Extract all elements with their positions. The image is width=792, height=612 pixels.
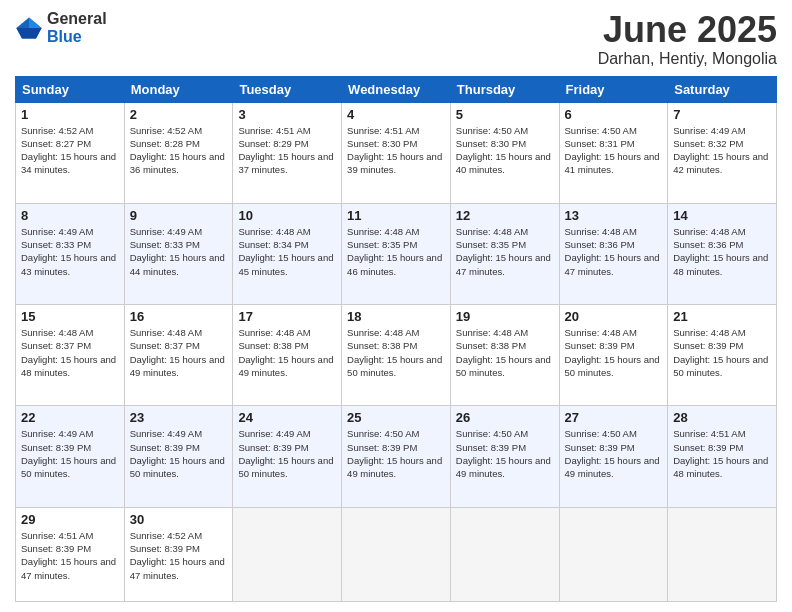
day-number: 18 xyxy=(347,309,445,324)
calendar-cell: 26Sunrise: 4:50 AMSunset: 8:39 PMDayligh… xyxy=(450,406,559,507)
logo-icon xyxy=(15,14,43,42)
calendar-cell: 6Sunrise: 4:50 AMSunset: 8:31 PMDaylight… xyxy=(559,102,668,203)
day-info: Sunrise: 4:49 AMSunset: 8:33 PMDaylight:… xyxy=(21,225,119,278)
day-number: 29 xyxy=(21,512,119,527)
header-row: SundayMondayTuesdayWednesdayThursdayFrid… xyxy=(16,76,777,102)
day-number: 27 xyxy=(565,410,663,425)
day-number: 16 xyxy=(130,309,228,324)
calendar-cell: 30Sunrise: 4:52 AMSunset: 8:39 PMDayligh… xyxy=(124,507,233,601)
day-number: 12 xyxy=(456,208,554,223)
day-info: Sunrise: 4:49 AMSunset: 8:32 PMDaylight:… xyxy=(673,124,771,177)
header-cell: Saturday xyxy=(668,76,777,102)
calendar-cell xyxy=(559,507,668,601)
day-number: 22 xyxy=(21,410,119,425)
header-cell: Monday xyxy=(124,76,233,102)
calendar-cell: 29Sunrise: 4:51 AMSunset: 8:39 PMDayligh… xyxy=(16,507,125,601)
day-info: Sunrise: 4:51 AMSunset: 8:29 PMDaylight:… xyxy=(238,124,336,177)
day-number: 19 xyxy=(456,309,554,324)
day-info: Sunrise: 4:48 AMSunset: 8:34 PMDaylight:… xyxy=(238,225,336,278)
title-section: June 2025 Darhan, Hentiy, Mongolia xyxy=(598,10,777,68)
day-number: 3 xyxy=(238,107,336,122)
subtitle: Darhan, Hentiy, Mongolia xyxy=(598,50,777,68)
day-info: Sunrise: 4:51 AMSunset: 8:30 PMDaylight:… xyxy=(347,124,445,177)
day-info: Sunrise: 4:52 AMSunset: 8:27 PMDaylight:… xyxy=(21,124,119,177)
day-info: Sunrise: 4:51 AMSunset: 8:39 PMDaylight:… xyxy=(673,427,771,480)
day-info: Sunrise: 4:48 AMSunset: 8:36 PMDaylight:… xyxy=(673,225,771,278)
page: General Blue June 2025 Darhan, Hentiy, M… xyxy=(0,0,792,612)
day-info: Sunrise: 4:52 AMSunset: 8:28 PMDaylight:… xyxy=(130,124,228,177)
day-info: Sunrise: 4:50 AMSunset: 8:39 PMDaylight:… xyxy=(565,427,663,480)
calendar-cell: 25Sunrise: 4:50 AMSunset: 8:39 PMDayligh… xyxy=(342,406,451,507)
calendar-cell: 20Sunrise: 4:48 AMSunset: 8:39 PMDayligh… xyxy=(559,305,668,406)
calendar-cell: 18Sunrise: 4:48 AMSunset: 8:38 PMDayligh… xyxy=(342,305,451,406)
calendar-cell: 22Sunrise: 4:49 AMSunset: 8:39 PMDayligh… xyxy=(16,406,125,507)
header-cell: Sunday xyxy=(16,76,125,102)
day-number: 6 xyxy=(565,107,663,122)
day-number: 24 xyxy=(238,410,336,425)
day-number: 21 xyxy=(673,309,771,324)
calendar-cell xyxy=(450,507,559,601)
calendar-cell xyxy=(233,507,342,601)
day-info: Sunrise: 4:50 AMSunset: 8:30 PMDaylight:… xyxy=(456,124,554,177)
day-info: Sunrise: 4:49 AMSunset: 8:39 PMDaylight:… xyxy=(130,427,228,480)
calendar-week-row: 1Sunrise: 4:52 AMSunset: 8:27 PMDaylight… xyxy=(16,102,777,203)
calendar-cell: 24Sunrise: 4:49 AMSunset: 8:39 PMDayligh… xyxy=(233,406,342,507)
day-number: 11 xyxy=(347,208,445,223)
day-info: Sunrise: 4:48 AMSunset: 8:39 PMDaylight:… xyxy=(673,326,771,379)
calendar-cell: 8Sunrise: 4:49 AMSunset: 8:33 PMDaylight… xyxy=(16,203,125,304)
day-info: Sunrise: 4:48 AMSunset: 8:38 PMDaylight:… xyxy=(238,326,336,379)
day-info: Sunrise: 4:49 AMSunset: 8:33 PMDaylight:… xyxy=(130,225,228,278)
header-cell: Thursday xyxy=(450,76,559,102)
day-number: 15 xyxy=(21,309,119,324)
svg-marker-2 xyxy=(16,28,41,39)
calendar-cell: 28Sunrise: 4:51 AMSunset: 8:39 PMDayligh… xyxy=(668,406,777,507)
day-info: Sunrise: 4:48 AMSunset: 8:37 PMDaylight:… xyxy=(130,326,228,379)
calendar-week-row: 8Sunrise: 4:49 AMSunset: 8:33 PMDaylight… xyxy=(16,203,777,304)
day-number: 14 xyxy=(673,208,771,223)
calendar-cell: 21Sunrise: 4:48 AMSunset: 8:39 PMDayligh… xyxy=(668,305,777,406)
calendar-cell xyxy=(668,507,777,601)
calendar-cell: 2Sunrise: 4:52 AMSunset: 8:28 PMDaylight… xyxy=(124,102,233,203)
calendar-table: SundayMondayTuesdayWednesdayThursdayFrid… xyxy=(15,76,777,602)
calendar-week-row: 22Sunrise: 4:49 AMSunset: 8:39 PMDayligh… xyxy=(16,406,777,507)
logo-general: General xyxy=(47,10,107,28)
calendar-cell: 3Sunrise: 4:51 AMSunset: 8:29 PMDaylight… xyxy=(233,102,342,203)
day-info: Sunrise: 4:48 AMSunset: 8:38 PMDaylight:… xyxy=(347,326,445,379)
calendar-week-row: 29Sunrise: 4:51 AMSunset: 8:39 PMDayligh… xyxy=(16,507,777,601)
header-cell: Tuesday xyxy=(233,76,342,102)
day-info: Sunrise: 4:49 AMSunset: 8:39 PMDaylight:… xyxy=(21,427,119,480)
calendar-cell: 19Sunrise: 4:48 AMSunset: 8:38 PMDayligh… xyxy=(450,305,559,406)
day-info: Sunrise: 4:50 AMSunset: 8:39 PMDaylight:… xyxy=(456,427,554,480)
calendar-cell: 7Sunrise: 4:49 AMSunset: 8:32 PMDaylight… xyxy=(668,102,777,203)
day-info: Sunrise: 4:50 AMSunset: 8:39 PMDaylight:… xyxy=(347,427,445,480)
day-number: 2 xyxy=(130,107,228,122)
day-info: Sunrise: 4:48 AMSunset: 8:35 PMDaylight:… xyxy=(347,225,445,278)
day-number: 26 xyxy=(456,410,554,425)
calendar-cell: 15Sunrise: 4:48 AMSunset: 8:37 PMDayligh… xyxy=(16,305,125,406)
header: General Blue June 2025 Darhan, Hentiy, M… xyxy=(15,10,777,68)
calendar-cell: 23Sunrise: 4:49 AMSunset: 8:39 PMDayligh… xyxy=(124,406,233,507)
day-number: 1 xyxy=(21,107,119,122)
logo-blue: Blue xyxy=(47,28,107,46)
day-info: Sunrise: 4:48 AMSunset: 8:35 PMDaylight:… xyxy=(456,225,554,278)
day-info: Sunrise: 4:51 AMSunset: 8:39 PMDaylight:… xyxy=(21,529,119,582)
day-number: 17 xyxy=(238,309,336,324)
day-info: Sunrise: 4:49 AMSunset: 8:39 PMDaylight:… xyxy=(238,427,336,480)
day-info: Sunrise: 4:48 AMSunset: 8:36 PMDaylight:… xyxy=(565,225,663,278)
calendar-week-row: 15Sunrise: 4:48 AMSunset: 8:37 PMDayligh… xyxy=(16,305,777,406)
calendar-cell: 5Sunrise: 4:50 AMSunset: 8:30 PMDaylight… xyxy=(450,102,559,203)
day-number: 5 xyxy=(456,107,554,122)
day-number: 4 xyxy=(347,107,445,122)
day-number: 8 xyxy=(21,208,119,223)
logo: General Blue xyxy=(15,10,107,45)
calendar-cell xyxy=(342,507,451,601)
day-info: Sunrise: 4:48 AMSunset: 8:37 PMDaylight:… xyxy=(21,326,119,379)
day-info: Sunrise: 4:50 AMSunset: 8:31 PMDaylight:… xyxy=(565,124,663,177)
calendar-cell: 27Sunrise: 4:50 AMSunset: 8:39 PMDayligh… xyxy=(559,406,668,507)
main-title: June 2025 xyxy=(598,10,777,50)
calendar-cell: 13Sunrise: 4:48 AMSunset: 8:36 PMDayligh… xyxy=(559,203,668,304)
calendar-cell: 17Sunrise: 4:48 AMSunset: 8:38 PMDayligh… xyxy=(233,305,342,406)
day-number: 23 xyxy=(130,410,228,425)
day-number: 30 xyxy=(130,512,228,527)
calendar-cell: 9Sunrise: 4:49 AMSunset: 8:33 PMDaylight… xyxy=(124,203,233,304)
